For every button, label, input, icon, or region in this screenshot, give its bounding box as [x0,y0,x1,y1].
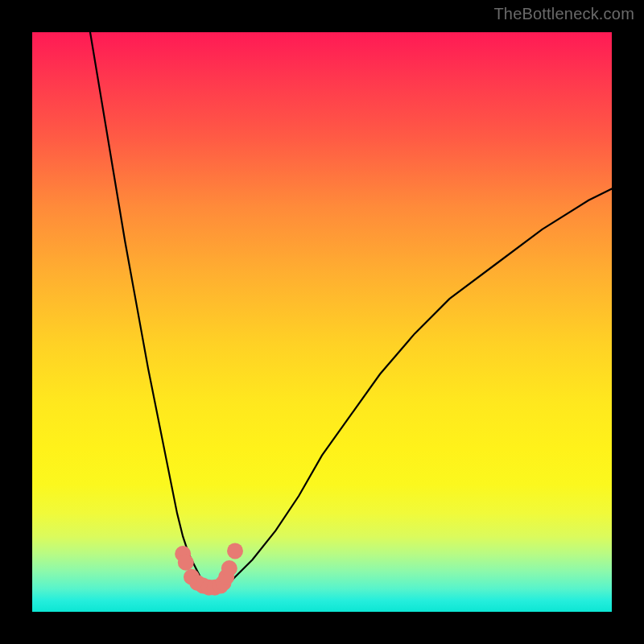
chart-frame: TheBottleneck.com [0,0,644,644]
curves-svg [32,32,612,612]
right-curve [224,188,612,588]
valley-marker [221,560,237,576]
valley-marker [227,543,243,559]
plot-area [32,32,612,612]
left-curve [90,32,217,588]
valley-markers [175,543,243,595]
watermark-text: TheBottleneck.com [493,5,634,23]
valley-marker [178,555,194,571]
